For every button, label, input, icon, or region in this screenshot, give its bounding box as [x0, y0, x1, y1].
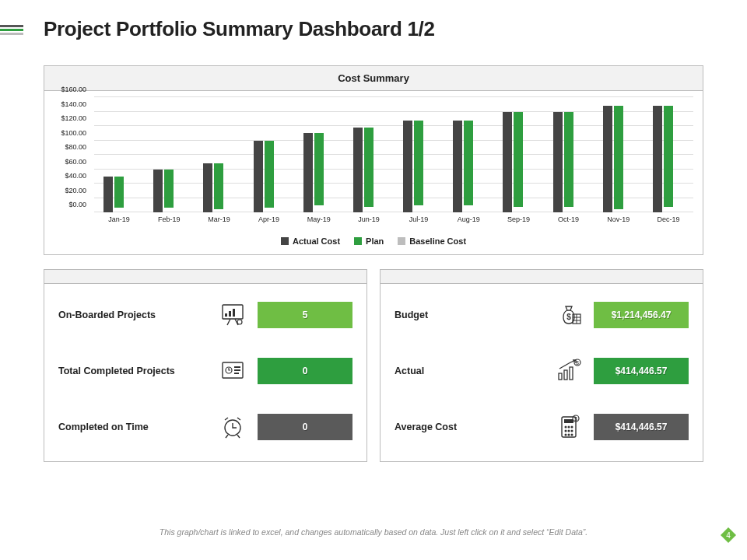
legend-item: Baseline Cost [398, 236, 466, 246]
y-tick-label: $160.00 [61, 86, 86, 93]
y-tick-label: $60.00 [65, 158, 86, 166]
metric-label: Actual [395, 366, 555, 376]
bar [453, 121, 462, 212]
page-title: Project Portfolio Summary Dashboard 1/2 [44, 17, 435, 41]
alarm-clock-icon [219, 413, 247, 441]
bar-group [603, 106, 634, 212]
bar-group [403, 121, 434, 212]
metric-value: 0 [258, 358, 352, 384]
y-tick-label: $120.00 [61, 114, 86, 122]
y-tick-label: $140.00 [61, 100, 86, 108]
bar [353, 128, 363, 212]
bar-group [353, 128, 384, 212]
bar-group [103, 177, 135, 212]
bar-group [153, 170, 184, 213]
bar [265, 141, 274, 208]
bar [164, 170, 174, 208]
bar-group [503, 112, 534, 213]
x-tick-label: Apr-19 [258, 215, 279, 223]
y-tick-label: $100.00 [61, 129, 86, 137]
bar [603, 106, 612, 212]
metric-label: Total Completed Projects [58, 366, 219, 376]
bar [414, 121, 423, 205]
chart-title: Cost Summary [44, 66, 703, 91]
chart-legend: Actual CostPlanBaseline Cost [44, 229, 703, 253]
bar-group [453, 121, 484, 212]
bar [553, 112, 563, 213]
bar [153, 170, 163, 213]
chart-plot-area: $0.00$20.00$40.00$60.00$80.00$100.00$120… [44, 91, 703, 229]
metric-row: On-Boarded Projects5 [58, 298, 352, 332]
x-tick-label: Oct-19 [558, 215, 579, 223]
bar [464, 121, 473, 205]
metric-row: Total Completed Projects0 [58, 354, 352, 388]
bar [503, 112, 512, 213]
bar [203, 163, 212, 212]
right-metrics-card: Budget$1,214,456.47Actual$414,446.57Aver… [380, 269, 703, 462]
bar [314, 133, 324, 205]
bar [214, 163, 223, 209]
x-tick-label: Mar-19 [208, 215, 230, 223]
cost-summary-chart: Cost Summary $0.00$20.00$40.00$60.00$80.… [44, 65, 703, 255]
x-tick-label: Sep-19 [507, 215, 530, 223]
metric-value: 5 [258, 302, 352, 328]
x-tick-label: Jul-19 [409, 215, 429, 223]
bar [664, 106, 673, 207]
metric-row: Average Cost$414,446.57 [395, 410, 689, 444]
legend-swatch-icon [398, 237, 405, 245]
bar [653, 106, 662, 212]
x-tick-label: Jun-19 [358, 215, 380, 223]
bar [103, 177, 113, 212]
metric-label: On-Boarded Projects [58, 310, 219, 320]
x-tick-label: Aug-19 [458, 215, 480, 223]
bar-growth-icon [555, 357, 583, 385]
metric-value: $1,214,456.47 [594, 302, 689, 328]
x-tick-label: Feb-19 [158, 215, 181, 223]
bar [564, 112, 573, 207]
x-tick-label: Jan-19 [108, 215, 130, 223]
y-tick-label: $40.00 [65, 172, 86, 180]
bar-group [254, 141, 285, 213]
x-tick-label: Nov-19 [607, 215, 630, 223]
bar-group [553, 112, 584, 213]
metric-label: Budget [395, 310, 555, 320]
y-tick-label: $20.00 [65, 187, 86, 194]
legend-label: Actual Cost [293, 236, 340, 246]
legend-item: Plan [354, 236, 384, 246]
bar [514, 112, 523, 207]
legend-swatch-icon [281, 237, 289, 245]
bar-group [653, 106, 684, 212]
bar [303, 133, 313, 212]
y-tick-label: $80.00 [65, 143, 86, 151]
left-metrics-card: On-Boarded Projects5Total Completed Proj… [44, 269, 367, 462]
y-tick-label: $0.00 [68, 201, 86, 208]
footer-note: This graph/chart is linked to excel, and… [0, 527, 747, 537]
metric-row: Completed on Time0 [58, 410, 352, 444]
metric-label: Completed on Time [58, 422, 219, 432]
metric-value: 0 [258, 414, 352, 440]
bar [403, 121, 412, 212]
money-bag-icon [555, 301, 583, 329]
metric-value: $414,446.57 [594, 358, 689, 384]
metric-row: Budget$1,214,456.47 [395, 298, 689, 332]
board-clock-icon [219, 357, 247, 385]
legend-item: Actual Cost [281, 236, 340, 246]
bar-group [203, 163, 234, 212]
bar-group [303, 133, 335, 212]
x-tick-label: Dec-19 [657, 215, 679, 223]
legend-swatch-icon [354, 237, 362, 245]
bar [614, 106, 623, 209]
bar [114, 177, 124, 208]
presentation-icon [219, 301, 247, 329]
x-tick-label: May-19 [307, 215, 331, 223]
header-accent-icon [0, 25, 23, 36]
metric-label: Average Cost [395, 422, 555, 432]
calculator-icon [555, 413, 583, 441]
metric-value: $414,446.57 [594, 414, 689, 440]
bar [364, 128, 374, 207]
legend-label: Plan [366, 236, 384, 246]
legend-label: Baseline Cost [409, 236, 466, 246]
metric-row: Actual$414,446.57 [395, 354, 689, 388]
bar [254, 141, 263, 213]
